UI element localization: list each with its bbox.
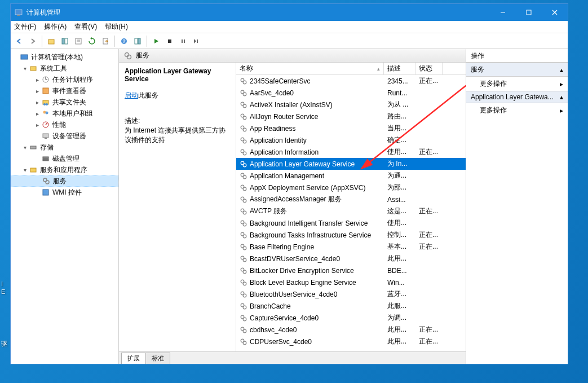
minimize-button[interactable] xyxy=(490,4,516,21)
services-list[interactable]: 名称▴ 描述 状态 2345SafeCenterSvc2345...正在...A… xyxy=(236,63,466,351)
svg-point-78 xyxy=(243,270,246,274)
service-row[interactable]: Background Intelligent Transfer Service使… xyxy=(236,217,466,229)
tree-device-manager[interactable]: 设备管理器 xyxy=(11,130,118,142)
service-row[interactable]: cbdhsvc_4cde0此用...正在... xyxy=(236,324,466,336)
svg-point-82 xyxy=(243,294,246,297)
tree-services[interactable]: 服务 xyxy=(11,175,118,187)
svg-point-74 xyxy=(243,246,246,250)
show-hide-tree-button[interactable] xyxy=(59,35,71,47)
svg-rect-42 xyxy=(43,190,48,195)
column-name[interactable]: 名称▴ xyxy=(236,63,384,74)
svg-point-58 xyxy=(243,152,246,155)
menu-file[interactable]: 文件(F) xyxy=(14,22,36,32)
svg-point-68 xyxy=(243,211,246,214)
svg-point-48 xyxy=(243,93,246,96)
svg-rect-19 xyxy=(184,39,185,43)
play-button[interactable] xyxy=(150,35,162,47)
tree-wmi[interactable]: WMI 控件 xyxy=(11,187,118,198)
properties-button[interactable] xyxy=(72,35,85,47)
service-row[interactable]: Application Information使用...正在... xyxy=(236,146,466,158)
tree-shared-folders[interactable]: ▸共享文件夹 xyxy=(11,96,118,108)
svg-rect-22 xyxy=(30,67,36,71)
bottom-tabs: 扩展 标准 xyxy=(119,351,466,364)
back-button[interactable] xyxy=(13,35,25,47)
actions-more-2[interactable]: 更多操作▸ xyxy=(466,103,568,117)
refresh-button[interactable] xyxy=(86,35,98,47)
menu-help[interactable]: 帮助(H) xyxy=(105,22,128,32)
svg-point-86 xyxy=(243,318,246,321)
actions-more-1[interactable]: 更多操作▸ xyxy=(466,77,568,91)
desktop-shortcut-label: 驱 xyxy=(1,340,7,348)
service-row[interactable]: AssignedAccessManager 服务Assi... xyxy=(236,193,466,205)
column-description[interactable]: 描述 xyxy=(384,63,415,74)
svg-point-88 xyxy=(243,329,246,333)
menu-action[interactable]: 操作(A) xyxy=(44,22,67,32)
maximize-button[interactable] xyxy=(516,4,542,21)
tree-task-scheduler[interactable]: ▸任务计划程序 xyxy=(11,74,118,85)
service-row[interactable]: BitLocker Drive Encryption ServiceBDE... xyxy=(236,265,466,276)
help-button[interactable]: ? xyxy=(118,35,130,47)
svg-rect-26 xyxy=(43,88,48,94)
service-row[interactable]: Background Tasks Infrastructure Service控… xyxy=(236,229,466,241)
service-row[interactable]: CaptureService_4cde0为调... xyxy=(236,312,466,324)
svg-rect-8 xyxy=(65,38,68,44)
forward-button[interactable] xyxy=(26,35,39,47)
svg-rect-36 xyxy=(30,146,36,149)
tree-performance[interactable]: ▸性能 xyxy=(11,119,118,130)
actions-group-services[interactable]: 服务▴ xyxy=(466,63,568,77)
navigation-tree[interactable]: 计算机管理(本地) ▾系统工具 ▸任务计划程序 ▸事件查看器 ▸共享文件夹 ▸本… xyxy=(11,49,119,364)
close-button[interactable] xyxy=(542,4,568,21)
menu-view[interactable]: 查看(V) xyxy=(74,22,97,32)
start-service-line: 启动此服务 xyxy=(125,91,230,100)
service-row[interactable]: Application Identity确定... xyxy=(236,134,466,146)
tab-standard[interactable]: 标准 xyxy=(145,353,170,364)
svg-point-52 xyxy=(243,116,246,120)
service-row[interactable]: BluetoothUserService_4cde0蓝牙... xyxy=(236,288,466,300)
svg-rect-21 xyxy=(21,55,28,59)
window-title: 计算机管理 xyxy=(26,8,490,17)
service-row[interactable]: Block Level Backup Engine ServiceWin... xyxy=(236,276,466,288)
service-row[interactable]: AllJoyn Router Service路由... xyxy=(236,111,466,122)
service-row[interactable]: Base Filtering Engine基本...正在... xyxy=(236,241,466,253)
service-row[interactable]: Application Management为通... xyxy=(236,170,466,182)
column-status[interactable]: 状态 xyxy=(415,63,443,74)
svg-rect-34 xyxy=(43,134,48,138)
tree-services-apps[interactable]: ▾服务和应用程序 xyxy=(11,164,118,175)
service-row[interactable]: 2345SafeCenterSvc2345...正在... xyxy=(236,75,466,87)
start-service-link[interactable]: 启动 xyxy=(125,91,138,99)
service-row[interactable]: BranchCache此服... xyxy=(236,300,466,312)
svg-point-60 xyxy=(243,164,246,167)
service-row[interactable]: App Readiness当用... xyxy=(236,122,466,134)
service-detail-pane: Application Layer Gateway Service 启动此服务 … xyxy=(119,63,236,351)
center-header-label: 服务 xyxy=(136,51,149,60)
pause-button[interactable] xyxy=(177,35,189,47)
mmc-window: 计算机管理 文件(F) 操作(A) 查看(V) 帮助(H) ? 计算机管理(本地… xyxy=(10,3,568,364)
tree-system-tools[interactable]: ▾系统工具 xyxy=(11,63,118,74)
show-hide-action-button[interactable] xyxy=(131,35,144,47)
svg-point-62 xyxy=(243,175,246,179)
tree-storage[interactable]: ▾存储 xyxy=(11,142,118,153)
svg-rect-20 xyxy=(197,39,198,43)
tree-event-viewer[interactable]: ▸事件查看器 xyxy=(11,85,118,96)
stop-button[interactable] xyxy=(163,35,176,47)
service-row[interactable]: CDPUserSvc_4cde0此用...正在... xyxy=(236,336,466,347)
tab-extended[interactable]: 扩展 xyxy=(121,353,146,364)
actions-group-selected[interactable]: Application Layer Gatewa...▴ xyxy=(466,91,568,103)
up-button[interactable] xyxy=(45,35,58,47)
tree-root[interactable]: 计算机管理(本地) xyxy=(11,51,118,63)
service-row[interactable]: BcastDVRUserService_4cde0此用... xyxy=(236,253,466,265)
tree-local-users[interactable]: ▸本地用户和组 xyxy=(11,108,118,119)
service-row[interactable]: AarSvc_4cde0Runt... xyxy=(236,87,466,99)
service-row[interactable]: Application Layer Gateway Service为 In... xyxy=(236,158,466,170)
service-row[interactable]: AppX Deployment Service (AppXSVC)为部... xyxy=(236,182,466,193)
restart-button[interactable] xyxy=(191,35,203,47)
tree-disk-management[interactable]: 磁盘管理 xyxy=(11,153,118,164)
export-button[interactable] xyxy=(99,35,112,47)
svg-rect-18 xyxy=(182,39,183,43)
description-label: 描述: xyxy=(125,116,230,126)
service-row[interactable]: ActiveX Installer (AxInstSV)为从 ... xyxy=(236,99,466,111)
svg-point-84 xyxy=(243,306,246,309)
svg-point-31 xyxy=(46,112,48,115)
svg-text:?: ? xyxy=(122,38,126,44)
service-row[interactable]: AVCTP 服务这是...正在... xyxy=(236,205,466,217)
